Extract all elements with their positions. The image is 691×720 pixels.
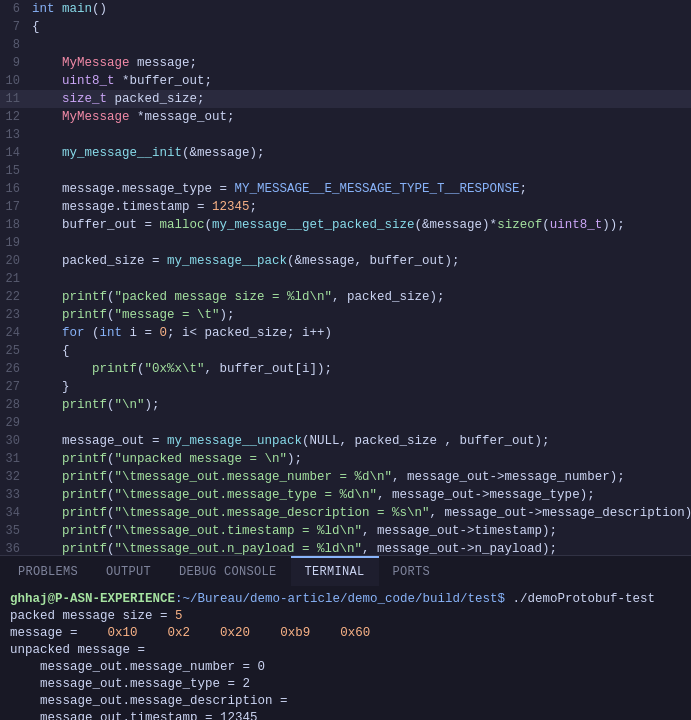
code-content: message.message_type = MY_MESSAGE__E_MES… (32, 180, 691, 198)
code-content: printf("\n"); (32, 396, 691, 414)
line-number: 22 (0, 288, 32, 306)
code-content: MyMessage message; (32, 54, 691, 72)
code-content: printf("unpacked message = \n"); (32, 450, 691, 468)
line-number: 23 (0, 306, 32, 324)
code-line: 6int main() (0, 0, 691, 18)
line-number: 9 (0, 54, 32, 72)
code-content: printf("\tmessage_out.n_payload = %ld\n"… (32, 540, 691, 555)
line-number: 20 (0, 252, 32, 270)
code-line: 7{ (0, 18, 691, 36)
code-line: 10 uint8_t *buffer_out; (0, 72, 691, 90)
tab-ports[interactable]: PORTS (379, 556, 445, 586)
code-content: { (32, 18, 691, 36)
terminal-user: ghhaj@P-ASN-EXPERIENCE (10, 592, 175, 606)
line-number: 6 (0, 0, 32, 18)
line-number: 27 (0, 378, 32, 396)
code-line: 29 (0, 414, 691, 432)
line-number: 10 (0, 72, 32, 90)
code-content: printf("message = \t"); (32, 306, 691, 324)
terminal-path: :~/Bureau/demo-article/demo_code/build/t… (175, 592, 505, 606)
code-line: 33 printf("\tmessage_out.message_type = … (0, 486, 691, 504)
code-line: 25 { (0, 342, 691, 360)
code-content: int main() (32, 0, 691, 18)
line-number: 7 (0, 18, 32, 36)
code-content: printf("0x%x\t", buffer_out[i]); (32, 360, 691, 378)
code-line: 17 message.timestamp = 12345; (0, 198, 691, 216)
tab-output[interactable]: OUTPUT (92, 556, 165, 586)
line-number: 29 (0, 414, 32, 432)
terminal-output-line: unpacked message = (10, 642, 681, 659)
code-content: for (int i = 0; i< packed_size; i++) (32, 324, 691, 342)
line-number: 14 (0, 144, 32, 162)
code-line: 28 printf("\n"); (0, 396, 691, 414)
tab-problems[interactable]: PROBLEMS (4, 556, 92, 586)
code-line: 22 printf("packed message size = %ld\n",… (0, 288, 691, 306)
line-number: 8 (0, 36, 32, 54)
line-number: 11 (0, 90, 32, 108)
line-number: 13 (0, 126, 32, 144)
code-line: 11 size_t packed_size; (0, 90, 691, 108)
code-line: 18 buffer_out = malloc(my_message__get_p… (0, 216, 691, 234)
code-line: 24 for (int i = 0; i< packed_size; i++) (0, 324, 691, 342)
code-line: 35 printf("\tmessage_out.timestamp = %ld… (0, 522, 691, 540)
line-number: 36 (0, 540, 32, 555)
code-content: printf("\tmessage_out.message_type = %d\… (32, 486, 691, 504)
line-number: 21 (0, 270, 32, 288)
code-line: 27 } (0, 378, 691, 396)
code-content: message.timestamp = 12345; (32, 198, 691, 216)
line-number: 16 (0, 180, 32, 198)
terminal-output-line: message_out.message_type = 2 (10, 676, 681, 693)
line-number: 32 (0, 468, 32, 486)
terminal-output-line: message = 0x10 0x2 0x20 0xb9 0x60 (10, 625, 681, 642)
code-line: 13 (0, 126, 691, 144)
code-content: packed_size = my_message__pack(&message,… (32, 252, 691, 270)
line-number: 26 (0, 360, 32, 378)
code-content: MyMessage *message_out; (32, 108, 691, 126)
line-number: 12 (0, 108, 32, 126)
code-content: size_t packed_size; (32, 90, 691, 108)
code-content: printf("\tmessage_out.message_number = %… (32, 468, 691, 486)
line-number: 34 (0, 504, 32, 522)
line-number: 17 (0, 198, 32, 216)
code-line: 32 printf("\tmessage_out.message_number … (0, 468, 691, 486)
editor-area: 6int main()7{89 MyMessage message;10 uin… (0, 0, 691, 555)
terminal-prompt-line: ghhaj@P-ASN-EXPERIENCE:~/Bureau/demo-art… (10, 591, 681, 608)
line-number: 31 (0, 450, 32, 468)
code-content: } (32, 378, 691, 396)
terminal-output-line: message_out.timestamp = 12345 (10, 710, 681, 720)
line-number: 33 (0, 486, 32, 504)
terminal-output-line: message_out.message_number = 0 (10, 659, 681, 676)
code-content: uint8_t *buffer_out; (32, 72, 691, 90)
terminal-output-line: message_out.message_description = (10, 693, 681, 710)
code-line: 9 MyMessage message; (0, 54, 691, 72)
line-number: 19 (0, 234, 32, 252)
line-number: 24 (0, 324, 32, 342)
code-line: 16 message.message_type = MY_MESSAGE__E_… (0, 180, 691, 198)
terminal-output-line: packed message size = 5 (10, 608, 681, 625)
code-line: 30 message_out = my_message__unpack(NULL… (0, 432, 691, 450)
line-number: 30 (0, 432, 32, 450)
code-line: 21 (0, 270, 691, 288)
code-line: 26 printf("0x%x\t", buffer_out[i]); (0, 360, 691, 378)
code-content: message_out = my_message__unpack(NULL, p… (32, 432, 691, 450)
code-line: 23 printf("message = \t"); (0, 306, 691, 324)
code-line: 36 printf("\tmessage_out.n_payload = %ld… (0, 540, 691, 555)
line-number: 35 (0, 522, 32, 540)
tab-debug-console[interactable]: DEBUG CONSOLE (165, 556, 291, 586)
tab-terminal[interactable]: TERMINAL (291, 556, 379, 586)
code-line: 31 printf("unpacked message = \n"); (0, 450, 691, 468)
code-content: printf("\tmessage_out.timestamp = %ld\n"… (32, 522, 691, 540)
code-line: 12 MyMessage *message_out; (0, 108, 691, 126)
code-line: 8 (0, 36, 691, 54)
code-line: 14 my_message__init(&message); (0, 144, 691, 162)
terminal-area: ghhaj@P-ASN-EXPERIENCE:~/Bureau/demo-art… (0, 585, 691, 720)
code-line: 20 packed_size = my_message__pack(&messa… (0, 252, 691, 270)
line-number: 28 (0, 396, 32, 414)
code-line: 15 (0, 162, 691, 180)
line-number: 25 (0, 342, 32, 360)
line-number: 15 (0, 162, 32, 180)
code-content: printf("packed message size = %ld\n", pa… (32, 288, 691, 306)
code-content: my_message__init(&message); (32, 144, 691, 162)
terminal-command: ./demoProtobuf-test (505, 592, 655, 606)
line-number: 18 (0, 216, 32, 234)
